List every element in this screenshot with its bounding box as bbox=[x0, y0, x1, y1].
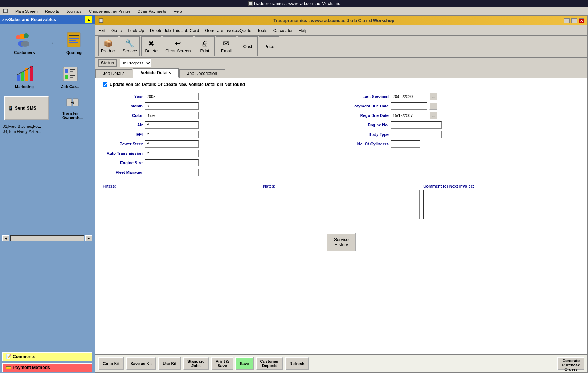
header-indicator: ▲ bbox=[85, 16, 92, 23]
email-button[interactable]: ✉ Email bbox=[216, 36, 236, 56]
svg-rect-15 bbox=[63, 67, 77, 81]
engine-no-input[interactable] bbox=[391, 121, 442, 129]
go-to-kit-button[interactable]: Go to Kit bbox=[98, 357, 124, 370]
auto-transmission-label: Auto Transmission bbox=[103, 151, 143, 156]
engine-size-input[interactable] bbox=[145, 159, 199, 166]
efi-input[interactable] bbox=[145, 131, 199, 138]
notes-textarea[interactable] bbox=[263, 190, 420, 219]
svg-rect-11 bbox=[21, 72, 24, 81]
month-label: Month bbox=[103, 104, 143, 108]
sidebar-item-quoting[interactable]: Quoting bbox=[55, 26, 92, 59]
product-button[interactable]: 📦 Product bbox=[98, 36, 118, 56]
payment-due-date-btn[interactable]: ... bbox=[429, 102, 437, 110]
menu-generate-invoice[interactable]: Generate Invoice/Quote bbox=[203, 28, 253, 34]
comment-next-invoice-textarea[interactable] bbox=[423, 190, 580, 219]
payment-due-input[interactable] bbox=[391, 102, 427, 110]
last-serviced-input[interactable] bbox=[391, 93, 427, 100]
body-type-input[interactable] bbox=[391, 131, 442, 138]
generate-purchase-orders-button[interactable]: GeneratePurchaseOrders bbox=[557, 357, 584, 370]
menu-printer[interactable]: Choose another Printer bbox=[87, 8, 132, 14]
filters-textarea[interactable] bbox=[103, 190, 259, 219]
color-input[interactable] bbox=[145, 112, 199, 119]
maximize-button[interactable]: □ bbox=[571, 18, 577, 23]
print-button[interactable]: 🖨 Print bbox=[195, 36, 215, 56]
svg-rect-16 bbox=[65, 69, 68, 73]
auto-transmission-input[interactable] bbox=[145, 150, 199, 157]
status-dropdown[interactable]: In Progress Completed Pending Cancelled bbox=[120, 59, 151, 67]
save-as-kit-button[interactable]: Save as Kit bbox=[126, 357, 156, 370]
minimize-button[interactable]: _ bbox=[564, 18, 570, 23]
sidebar-item-job-cards[interactable]: Job Car... bbox=[48, 60, 92, 93]
svg-rect-18 bbox=[70, 71, 74, 72]
transfer-ownership-label: TransferOwnersh... bbox=[62, 111, 83, 120]
job-list-area: J1;Fred B Jones;Fo... J4;Tom Hardy;Astra… bbox=[0, 122, 95, 235]
update-checkbox[interactable] bbox=[103, 82, 107, 87]
clear-screen-button[interactable]: ↩ Clear Screen bbox=[163, 36, 193, 56]
svg-text:🖨: 🖨 bbox=[70, 100, 75, 105]
close-button[interactable]: ✕ bbox=[579, 18, 584, 23]
cost-button[interactable]: Cost bbox=[238, 36, 258, 56]
transfer-ownership-icon: 🖨 bbox=[66, 97, 79, 110]
scroll-left-btn[interactable]: ◄ bbox=[2, 235, 9, 241]
notes-section: Notes: bbox=[263, 184, 420, 220]
sidebar-item-marketing[interactable]: Marketing bbox=[2, 60, 47, 93]
status-box: Status bbox=[98, 59, 117, 67]
menu-delete-job[interactable]: Delete Job This Job Card bbox=[148, 28, 200, 34]
last-serviced-date-btn[interactable]: ... bbox=[429, 93, 437, 100]
menu-help[interactable]: Help bbox=[297, 28, 309, 34]
cylinders-label: No. Of Cylinders bbox=[349, 142, 389, 146]
print-save-button[interactable]: Print &Save bbox=[211, 357, 233, 370]
tab-job-details[interactable]: Job Details bbox=[95, 69, 132, 78]
fleet-manager-row: Fleet Manager bbox=[103, 169, 334, 176]
price-button[interactable]: Price bbox=[259, 36, 279, 56]
menu-reports[interactable]: Reports bbox=[44, 8, 61, 14]
svg-rect-8 bbox=[69, 40, 76, 41]
menu-main-screen[interactable]: Main Screen bbox=[14, 8, 39, 14]
air-input[interactable] bbox=[145, 121, 199, 129]
filters-notes-grid: Filters: Notes: Comment for Next Invoice… bbox=[103, 184, 580, 220]
scroll-track[interactable] bbox=[10, 235, 84, 241]
fleet-manager-input[interactable] bbox=[145, 169, 199, 176]
menu-calculator[interactable]: Calculator bbox=[272, 28, 294, 34]
job-list-item[interactable]: J4;Tom Hardy;Astra... bbox=[2, 129, 92, 134]
vehicle-form: Update Vehicle Details Or Create New Veh… bbox=[95, 78, 587, 354]
scroll-right-btn[interactable]: ► bbox=[85, 235, 92, 241]
rego-due-date-btn[interactable]: ... bbox=[429, 112, 437, 119]
tab-vehicle-details[interactable]: Vehicle Details bbox=[133, 68, 179, 78]
menu-goto[interactable]: Go to bbox=[110, 28, 123, 34]
rego-due-input[interactable] bbox=[391, 112, 427, 119]
menu-tools[interactable]: Tools bbox=[256, 28, 269, 34]
menu-journals[interactable]: Journals bbox=[65, 8, 83, 14]
standard-jobs-button[interactable]: StandardJobs bbox=[183, 357, 209, 370]
menu-other-payments[interactable]: Other Payments bbox=[136, 8, 168, 14]
service-button[interactable]: 🔧 Service bbox=[120, 36, 140, 56]
customers-label: Customers bbox=[14, 50, 35, 55]
comment-next-invoice-section: Comment for Next Invoice: bbox=[423, 184, 580, 220]
menu-lookup[interactable]: Look Up bbox=[126, 28, 146, 34]
send-sms-button[interactable]: 📱 Send SMS bbox=[4, 96, 49, 120]
comments-button[interactable]: 📝 Comments bbox=[2, 352, 92, 361]
transfer-ownership-button[interactable]: 🖨 TransferOwnersh... bbox=[52, 95, 92, 121]
year-input[interactable] bbox=[145, 93, 199, 100]
use-kit-button[interactable]: Use Kit bbox=[158, 357, 181, 370]
delete-button[interactable]: ✖ Delete bbox=[141, 36, 161, 56]
tab-job-description[interactable]: Job Description bbox=[179, 69, 225, 78]
power-steer-input[interactable] bbox=[145, 140, 199, 148]
app-icon: 🔲 bbox=[1, 8, 9, 14]
job-cards-label: Job Car... bbox=[61, 85, 79, 89]
job-list-item[interactable]: J1;Fred B Jones;Fo... bbox=[2, 124, 92, 129]
cylinders-input[interactable] bbox=[391, 140, 420, 148]
payment-methods-button[interactable]: 💳 Payment Methods bbox=[2, 363, 92, 372]
svg-rect-10 bbox=[17, 75, 20, 81]
customer-deposit-button[interactable]: CustomerDeposit bbox=[256, 357, 283, 370]
service-history-button[interactable]: ServiceHistory bbox=[327, 233, 356, 251]
form-right-column: Last Serviced ... Payment Due Date ... R… bbox=[349, 93, 580, 178]
month-input[interactable] bbox=[145, 102, 199, 110]
os-title-bar: 🔲 Tradepronamics : www.rad.com.au Mechan… bbox=[0, 0, 588, 7]
menu-help[interactable]: Help bbox=[172, 8, 183, 14]
menu-exit[interactable]: Exit bbox=[97, 28, 107, 34]
sidebar-item-customers[interactable]: Customers bbox=[2, 26, 47, 59]
save-button[interactable]: Save bbox=[235, 357, 254, 370]
refresh-button[interactable]: Refresh bbox=[285, 357, 309, 370]
efi-row: EFI bbox=[103, 131, 334, 138]
